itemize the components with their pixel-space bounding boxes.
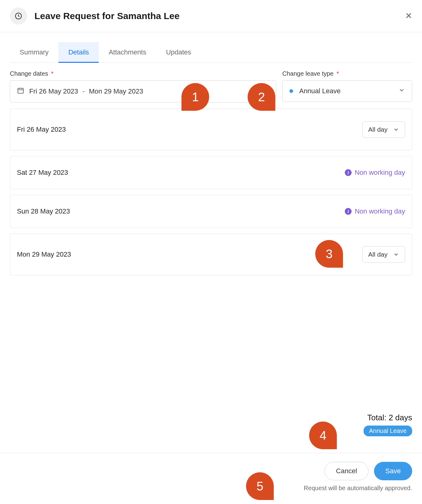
date-separator: - [82,87,85,95]
callout-1: 1 [181,83,209,111]
day-duration-select[interactable]: All day [362,121,405,138]
leave-request-modal: Leave Request for Samantha Lee ✕ Summary… [0,0,422,275]
modal-footer: Cancel Save Request will be automaticall… [0,453,422,504]
change-dates-field: Change dates * Fri 26 May 2023 - Mon 29 … [10,70,276,102]
day-date: Mon 29 May 2023 [17,250,71,258]
change-leave-type-label: Change leave type * [282,70,412,77]
required-indicator: * [51,70,54,77]
date-start: Fri 26 May 2023 [29,87,78,95]
fields-row: Change dates * Fri 26 May 2023 - Mon 29 … [0,63,422,102]
days-list: Fri 26 May 2023 All day Sat 27 May 2023 … [0,109,422,275]
day-duration-value: All day [368,251,388,258]
info-icon: i [345,208,352,215]
day-date: Sun 28 May 2023 [17,207,70,215]
tab-summary[interactable]: Summary [10,42,58,62]
tab-updates[interactable]: Updates [156,42,201,62]
day-row: Sun 28 May 2023 i Non working day [10,195,412,228]
day-date: Sat 27 May 2023 [17,169,68,177]
footer-buttons: Cancel Save [324,462,412,480]
close-button[interactable]: ✕ [405,12,412,20]
tabs: Summary Details Attachments Updates [10,42,412,63]
cancel-button[interactable]: Cancel [324,462,368,480]
chevron-down-icon [393,251,399,258]
date-range-picker[interactable]: Fri 26 May 2023 - Mon 29 May 2023 [10,80,276,102]
calendar-icon [17,87,29,96]
day-duration-value: All day [368,126,388,133]
required-indicator: * [336,70,339,77]
callout-5: 5 [246,472,274,500]
info-icon: i [345,169,352,176]
day-row: Fri 26 May 2023 All day [10,109,412,150]
save-button[interactable]: Save [374,462,412,480]
non-working-text: Non working day [355,207,405,215]
day-date: Fri 26 May 2023 [17,126,66,134]
change-leave-type-field: Change leave type * Annual Leave [282,70,412,102]
total-days: Total: 2 days [364,413,412,422]
chevron-down-icon [398,87,405,95]
change-dates-label: Change dates * [10,70,276,77]
auto-approve-note: Request will be automatically approved. [304,485,412,492]
modal-header: Leave Request for Samantha Lee ✕ [0,0,422,32]
chevron-down-icon [393,126,399,133]
tabs-container: Summary Details Attachments Updates [0,42,422,63]
leave-type-value: Annual Leave [299,87,341,95]
non-working-text: Non working day [355,169,405,177]
tab-attachments[interactable]: Attachments [99,42,156,62]
callout-3: 3 [315,240,343,268]
modal-title: Leave Request for Samantha Lee [34,11,180,21]
svg-rect-1 [18,88,23,93]
change-dates-label-text: Change dates [10,70,48,77]
clock-icon [10,7,27,25]
leave-type-badge: Annual Leave [364,426,412,436]
day-row: Mon 29 May 2023 All day [10,234,412,275]
close-icon: ✕ [405,11,412,21]
callout-2: 2 [248,83,275,111]
date-end: Mon 29 May 2023 [89,87,143,95]
callout-4: 4 [309,422,337,449]
non-working-note: i Non working day [345,169,405,177]
tab-details[interactable]: Details [58,42,99,62]
change-leave-type-label-text: Change leave type [282,70,334,77]
leave-type-color-dot [289,89,293,93]
day-duration-select[interactable]: All day [362,246,405,263]
summary-block: Total: 2 days Annual Leave [364,413,412,436]
day-row: Sat 27 May 2023 i Non working day [10,156,412,189]
leave-type-select[interactable]: Annual Leave [282,80,412,102]
non-working-note: i Non working day [345,207,405,215]
